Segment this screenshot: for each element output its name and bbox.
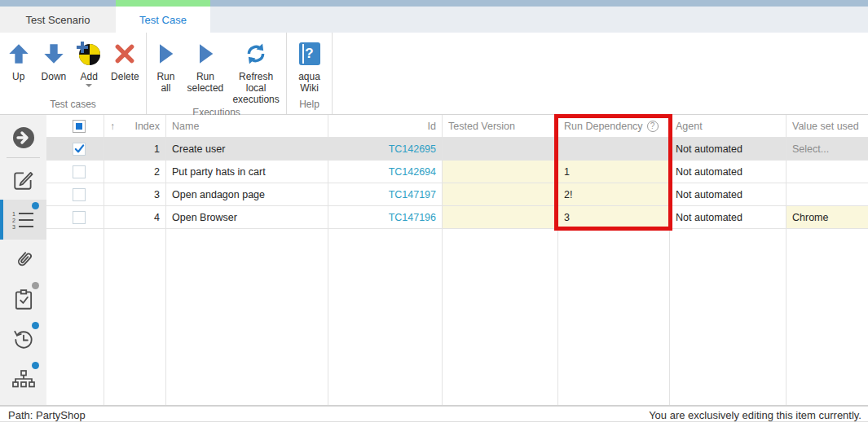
ribbon-group-label: Test cases	[2, 97, 144, 114]
editing-notice: You are exclusively editing this item cu…	[649, 409, 861, 421]
sidebar-item-navigate[interactable]	[0, 120, 46, 156]
value-set-cell[interactable]	[786, 183, 868, 205]
select-all-header-cell[interactable]	[46, 115, 104, 137]
ribbon-group-help: ? aqua Wiki Help	[287, 33, 333, 114]
id-link-cell[interactable]: TC147197	[328, 183, 443, 205]
tab-test-case[interactable]: Test Case	[116, 7, 210, 33]
index-cell[interactable]: 1	[104, 138, 166, 160]
table-row[interactable]: 4 Open Browser TC147196 3 Not automated …	[46, 206, 868, 229]
agent-cell[interactable]: Not automated	[670, 183, 786, 205]
run-selected-button[interactable]: Run selected	[183, 36, 227, 94]
notification-dot	[32, 282, 39, 289]
row-select-cell[interactable]	[46, 138, 104, 160]
agent-cell[interactable]: Not automated	[670, 161, 786, 183]
tested-version-cell[interactable]	[443, 183, 558, 205]
index-cell[interactable]: 4	[104, 206, 166, 228]
tested-version-cell[interactable]	[443, 161, 558, 183]
name-cell[interactable]: Open andagon page	[166, 183, 328, 205]
delete-button[interactable]: Delete	[106, 36, 144, 82]
value-set-cell[interactable]	[786, 161, 868, 183]
row-checkbox[interactable]	[73, 165, 86, 178]
column-header-tested-version[interactable]: Tested Version	[443, 115, 558, 137]
row-checkbox[interactable]	[73, 211, 86, 224]
row-checkbox-checked[interactable]	[73, 143, 86, 156]
indeterminate-mark-icon	[76, 123, 82, 130]
status-bar: Path: PartyShop You are exclusively edit…	[0, 405, 868, 427]
refresh-local-executions-button[interactable]: Refresh local executions	[227, 36, 284, 105]
sidebar-item-edit[interactable]	[0, 160, 46, 200]
column-header-agent[interactable]: Agent	[670, 115, 786, 137]
arrow-up-icon	[7, 39, 30, 68]
add-button[interactable]: Add	[73, 36, 106, 87]
value-set-cell[interactable]: Chrome	[786, 206, 868, 228]
column-header-name[interactable]: Name	[166, 115, 328, 137]
active-tab-accent-strip	[116, 0, 210, 7]
column-header-label: Name	[172, 121, 199, 132]
select-all-checkbox[interactable]	[73, 120, 86, 133]
value-set-select-cell[interactable]: Select...	[786, 138, 868, 160]
up-button-label: Up	[12, 71, 24, 82]
table-row[interactable]: 2 Put party hats in cart TC142694 1 Not …	[46, 161, 868, 183]
svg-text:3: 3	[12, 224, 15, 230]
run-all-button[interactable]: Run all	[148, 36, 183, 94]
clipboard-check-icon	[12, 288, 35, 311]
arrow-right-circle-icon	[11, 125, 36, 150]
column-header-value-set-used[interactable]: Value set used	[786, 115, 868, 137]
aqua-wiki-label: aqua Wiki	[292, 71, 328, 94]
play-icon	[196, 39, 215, 68]
sidebar-item-hierarchy[interactable]	[0, 359, 46, 399]
agent-cell[interactable]: Not automated	[670, 138, 786, 160]
wiki-question-glyph: ?	[305, 46, 313, 62]
down-button[interactable]: Down	[35, 36, 72, 82]
column-header-id[interactable]: Id	[328, 115, 443, 137]
table-row[interactable]: 3 Open andagon page TC147197 2! Not auto…	[46, 183, 868, 206]
tab-test-scenario[interactable]: Test Scenario	[0, 7, 116, 33]
main-area: 123	[0, 115, 868, 405]
paperclip-icon	[12, 249, 35, 271]
path-label: Path: PartyShop	[8, 409, 86, 421]
row-select-cell[interactable]	[46, 161, 104, 183]
sidebar-item-tasks[interactable]	[0, 280, 46, 319]
row-select-cell[interactable]	[46, 206, 104, 228]
chevron-down-icon[interactable]	[86, 84, 92, 87]
test-case-table: ↑ Index Name Id Tested Version Run Depen…	[46, 115, 868, 405]
run-dependency-cell[interactable]: 1	[558, 161, 670, 183]
column-header-index[interactable]: ↑ Index	[104, 115, 166, 137]
help-icon[interactable]: ?	[647, 121, 659, 132]
run-dependency-cell[interactable]: 2!	[558, 183, 670, 205]
id-link-cell[interactable]: TC147196	[328, 206, 443, 228]
sidebar-divider	[7, 157, 40, 158]
column-header-run-dependency[interactable]: Run Dependency ?	[558, 115, 670, 137]
delete-button-label: Delete	[111, 71, 139, 82]
run-dependency-cell[interactable]	[558, 138, 670, 160]
id-link-cell[interactable]: TC142695	[328, 138, 443, 160]
column-header-label: Agent	[676, 121, 703, 132]
run-dependency-cell[interactable]: 3	[558, 206, 670, 228]
index-cell[interactable]: 2	[104, 161, 166, 183]
top-strip	[0, 0, 868, 7]
name-cell[interactable]: Create user	[166, 138, 328, 160]
name-cell[interactable]: Put party hats in cart	[166, 161, 328, 183]
aqua-wiki-button[interactable]: ? aqua Wiki	[289, 36, 330, 94]
sidebar-item-test-steps[interactable]: 123	[0, 200, 46, 240]
svg-text:1: 1	[12, 211, 15, 217]
id-link-cell[interactable]: TC142694	[328, 161, 443, 183]
tested-version-cell[interactable]	[443, 206, 558, 228]
agent-cell[interactable]: Not automated	[670, 206, 786, 228]
name-cell[interactable]: Open Browser	[166, 206, 328, 228]
sidebar-item-history[interactable]	[0, 319, 46, 359]
row-select-cell[interactable]	[46, 183, 104, 205]
arrow-down-icon	[42, 39, 65, 68]
index-cell[interactable]: 3	[104, 183, 166, 205]
table-row[interactable]: 1 Create user TC142695 Not automated Sel…	[46, 138, 868, 161]
tested-version-cell[interactable]	[443, 138, 558, 160]
sort-ascending-icon[interactable]: ↑	[110, 121, 115, 132]
table-header-row: ↑ Index Name Id Tested Version Run Depen…	[46, 115, 868, 138]
up-button[interactable]: Up	[2, 36, 35, 82]
ribbon: Up Down	[0, 33, 868, 115]
sidebar-item-attachments[interactable]	[0, 240, 46, 280]
check-icon	[74, 143, 85, 154]
row-checkbox[interactable]	[73, 188, 86, 201]
column-header-label: Value set used	[792, 121, 859, 132]
ribbon-group-label: Help	[289, 97, 330, 114]
